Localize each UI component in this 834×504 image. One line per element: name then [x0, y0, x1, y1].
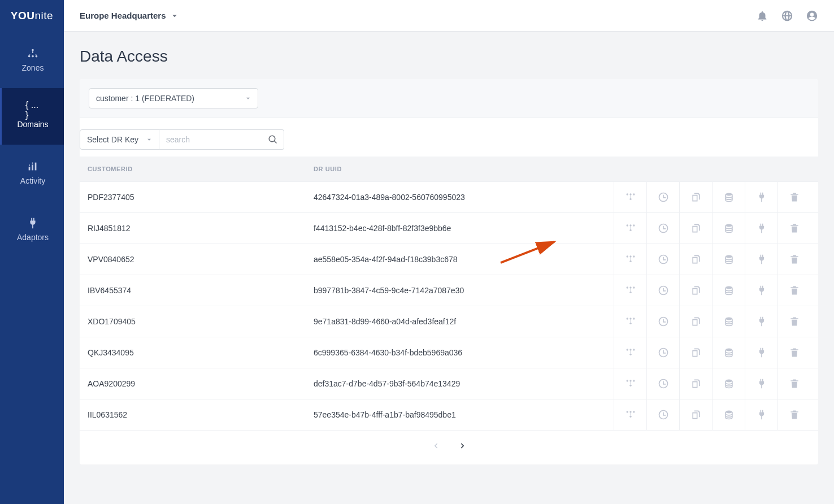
svg-point-42	[633, 380, 635, 381]
svg-point-19	[726, 224, 732, 227]
language-button[interactable]	[781, 10, 793, 22]
chevron-down-icon	[145, 136, 153, 144]
svg-point-31	[629, 318, 631, 319]
row-action-data[interactable]	[712, 244, 745, 275]
dr-key-select[interactable]: Select DR Key	[80, 129, 159, 150]
row-action-history[interactable]	[646, 244, 679, 275]
zone-selector[interactable]: Europe Headquarters	[80, 11, 180, 21]
search-input[interactable]	[159, 130, 284, 149]
row-action-copy[interactable]	[679, 213, 712, 244]
row-action-delete[interactable]	[777, 275, 810, 306]
row-action-lineage[interactable]	[614, 182, 646, 212]
row-action-history[interactable]	[646, 275, 679, 306]
row-action-delete[interactable]	[777, 337, 810, 368]
row-action-adaptor[interactable]	[745, 244, 777, 275]
row-action-adaptor[interactable]	[745, 213, 777, 244]
zone-label: Europe Headquarters	[80, 11, 166, 20]
notifications-button[interactable]	[756, 10, 768, 22]
row-action-adaptor[interactable]	[745, 275, 777, 306]
row-action-copy[interactable]	[679, 399, 712, 430]
page-title: Data Access	[80, 47, 818, 66]
brand-logo: YOUnite	[0, 0, 64, 32]
row-action-history[interactable]	[646, 399, 679, 430]
row-action-history[interactable]	[646, 337, 679, 368]
row-action-delete[interactable]	[777, 244, 810, 275]
row-action-adaptor[interactable]	[745, 368, 777, 399]
svg-point-15	[626, 224, 628, 226]
table-row: AOA9200299def31ac7-d7be-4d57-9b3f-564b74…	[80, 368, 818, 399]
svg-rect-4	[29, 167, 31, 170]
row-action-copy[interactable]	[679, 337, 712, 368]
domain-filter-select[interactable]: customer : 1 (FEDERATED)	[89, 88, 258, 108]
svg-point-11	[629, 193, 631, 195]
row-action-copy[interactable]	[679, 182, 712, 212]
row-action-adaptor[interactable]	[745, 306, 777, 337]
row-action-delete[interactable]	[777, 306, 810, 337]
row-action-lineage[interactable]	[614, 306, 646, 337]
row-action-lineage[interactable]	[614, 275, 646, 306]
plug-icon	[756, 223, 767, 234]
domain-filter-value: customer : 1 (FEDERATED)	[96, 94, 194, 103]
row-action-delete[interactable]	[777, 399, 810, 430]
plug-icon	[756, 378, 767, 389]
row-action-data[interactable]	[712, 306, 745, 337]
sidebar-item-activity[interactable]: Activity	[0, 145, 64, 201]
row-action-data[interactable]	[712, 275, 745, 306]
stack-icon	[723, 409, 735, 420]
row-action-delete[interactable]	[777, 368, 810, 399]
row-action-data[interactable]	[712, 182, 745, 212]
row-action-copy[interactable]	[679, 306, 712, 337]
row-action-copy[interactable]	[679, 275, 712, 306]
row-action-lineage[interactable]	[614, 368, 646, 399]
lineage-icon	[625, 223, 636, 234]
row-action-adaptor[interactable]	[745, 399, 777, 430]
row-action-delete[interactable]	[777, 182, 810, 212]
row-action-delete[interactable]	[777, 213, 810, 244]
prev-page-button[interactable]	[431, 441, 441, 453]
row-action-adaptor[interactable]	[745, 182, 777, 212]
cell-dr-uuid: b997781b-3847-4c59-9c4e-7142a7087e30	[306, 275, 603, 306]
sidebar-item-domains[interactable]: { ... } Domains	[0, 88, 64, 145]
table-row: VPV0840652ae558e05-354a-4f2f-94ad-f18c39…	[80, 244, 818, 275]
row-action-data[interactable]	[712, 368, 745, 399]
cell-actions	[603, 306, 818, 337]
row-action-history[interactable]	[646, 213, 679, 244]
stack-icon	[723, 285, 735, 296]
row-action-lineage[interactable]	[614, 337, 646, 368]
account-button[interactable]	[806, 10, 818, 22]
row-action-lineage[interactable]	[614, 244, 646, 275]
row-action-copy[interactable]	[679, 368, 712, 399]
trash-icon	[789, 223, 800, 234]
trash-icon	[789, 192, 800, 203]
sidebar-item-adaptors[interactable]: Adaptors	[0, 201, 64, 258]
svg-point-18	[629, 229, 631, 231]
trash-icon	[789, 285, 800, 296]
row-action-lineage[interactable]	[614, 213, 646, 244]
sidebar-item-zones[interactable]: Zones	[0, 32, 64, 88]
plug-icon	[756, 409, 767, 420]
dr-key-select-label: Select DR Key	[87, 135, 138, 144]
next-page-button[interactable]	[458, 441, 468, 453]
svg-point-17	[633, 224, 635, 226]
plug-icon	[756, 285, 767, 296]
row-action-history[interactable]	[646, 368, 679, 399]
row-action-data[interactable]	[712, 399, 745, 430]
row-action-adaptor[interactable]	[745, 337, 777, 368]
row-action-data[interactable]	[712, 337, 745, 368]
row-action-data[interactable]	[712, 213, 745, 244]
bell-icon	[756, 10, 768, 22]
svg-point-48	[629, 416, 631, 418]
trash-icon	[789, 409, 800, 420]
cell-actions	[603, 244, 818, 275]
svg-rect-5	[32, 164, 33, 170]
stack-icon	[723, 347, 735, 358]
row-action-copy[interactable]	[679, 244, 712, 275]
topbar: Europe Headquarters	[64, 0, 834, 32]
col-customerid: CUSTOMERID	[80, 157, 306, 182]
row-action-history[interactable]	[646, 182, 679, 212]
lineage-icon	[625, 409, 636, 420]
row-action-lineage[interactable]	[614, 399, 646, 430]
row-action-history[interactable]	[646, 306, 679, 337]
copy-icon	[690, 223, 702, 234]
trash-icon	[789, 347, 800, 358]
